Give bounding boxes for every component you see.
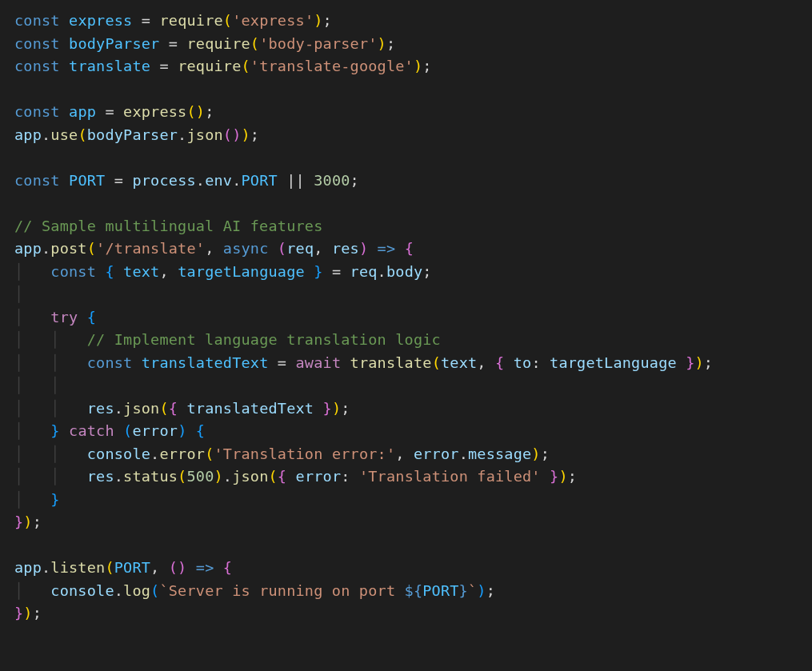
string: 'express' xyxy=(232,12,314,29)
fn-require: require xyxy=(159,12,222,29)
identifier: express xyxy=(69,12,132,29)
keyword-const: const xyxy=(14,12,60,29)
code-editor[interactable]: const express = require('express'); cons… xyxy=(0,0,812,635)
comment: // Sample multilingual AI features xyxy=(14,218,323,234)
